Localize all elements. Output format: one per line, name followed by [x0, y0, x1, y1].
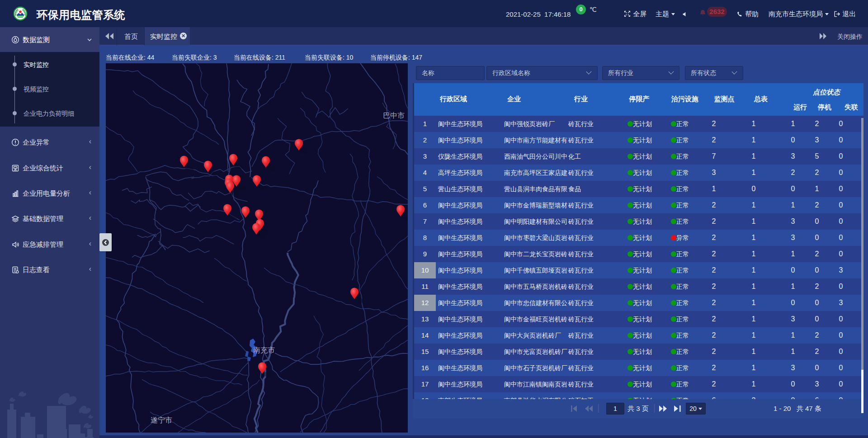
svg-text:遂宁市: 遂宁市: [151, 416, 172, 424]
svg-text:南充市: 南充市: [253, 346, 275, 354]
svg-text:巴中市: 巴中市: [383, 112, 405, 119]
